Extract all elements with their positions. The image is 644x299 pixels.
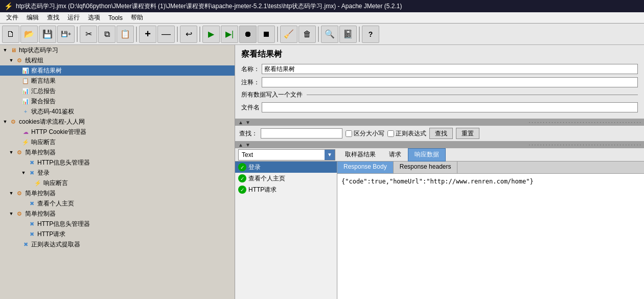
tree-label-regex: 正则表达式提取器 <box>31 240 80 249</box>
start-no-pauses-button[interactable]: ▶| <box>221 26 238 43</box>
function-helper-button[interactable]: 📓 <box>339 26 357 43</box>
undo-button[interactable]: ↩ <box>180 26 197 43</box>
clear-all-button[interactable]: 🗑 <box>298 26 316 43</box>
tree-item-aggregate[interactable]: ▶ 📊 聚合报告 <box>0 96 235 106</box>
app-icon: ⚡ <box>4 2 13 10</box>
new-button[interactable]: 🗋 <box>2 26 19 43</box>
text-dropdown[interactable]: Text ▼ <box>238 149 335 160</box>
tree-item-response-assert1[interactable]: ▶ ⚡ 响应断言 <box>0 137 235 147</box>
cut-button[interactable]: ✂ <box>80 26 97 43</box>
result-item-http-request[interactable]: ✓ HTTP请求 <box>235 184 337 195</box>
tree-label-http-header2: HTTP信息头管理器 <box>37 220 90 228</box>
all-data-label: 所有数据写入一个文件 <box>241 90 303 99</box>
status401-icon: + <box>21 107 30 116</box>
tree-item-http-request[interactable]: ▶ ✖ HTTP请求 <box>0 229 235 239</box>
find-button-search[interactable]: 查找 <box>429 128 453 139</box>
file-row: 文件名 <box>241 102 638 112</box>
tree-item-regex-extractor[interactable]: ▶ ✖ 正则表达式提取器 <box>0 239 235 249</box>
tree-item-assert-results[interactable]: ▶ 📋 断言结果 <box>0 76 235 86</box>
comment-input[interactable] <box>262 77 638 87</box>
toolbar-sep-1 <box>77 27 78 42</box>
name-row: 名称： <box>241 64 638 74</box>
expand-cookies-flow[interactable]: ▼ <box>2 119 8 125</box>
tab-response-data[interactable]: 响应数据 <box>408 148 446 162</box>
menu-tools[interactable]: Tools <box>104 13 127 22</box>
regex-checkbox[interactable] <box>387 130 394 137</box>
simple-ctrl3-icon: ⚙ <box>15 210 24 218</box>
tree-item-root[interactable]: ▼ 🖥 htp状态码学习 <box>0 45 235 55</box>
view-personal-icon: ✖ <box>28 199 36 208</box>
toolbar-sep-5 <box>277 27 278 42</box>
tree-label-assert-results: 断言结果 <box>31 77 56 85</box>
arrow-up[interactable]: ▲ <box>238 120 243 125</box>
file-input[interactable] <box>262 102 638 112</box>
find-button[interactable]: 🔍 <box>321 26 338 43</box>
menu-run[interactable]: 运行 <box>63 12 84 23</box>
result-item-view-personal[interactable]: ✓ 查看个人主页 <box>235 173 337 184</box>
panel-title: 察看结果树 <box>241 49 638 60</box>
search-input[interactable] <box>261 128 342 139</box>
arrow-up-bottom[interactable]: ▲ <box>238 142 243 148</box>
save-button[interactable]: 💾 <box>39 26 56 43</box>
tree-item-summary[interactable]: ▶ 📊 汇总报告 <box>0 86 235 96</box>
tree-item-cookie-mgr[interactable]: ▶ ☁ HTTP Cookie管理器 <box>0 127 235 137</box>
menu-edit[interactable]: 编辑 <box>22 12 43 23</box>
dropdown-arrow-btn[interactable]: ▼ <box>325 150 335 160</box>
menu-file[interactable]: 文件 <box>2 12 22 23</box>
file-label: 文件名 <box>241 103 262 112</box>
tab-request[interactable]: 请求 <box>382 148 408 162</box>
arrow-down-bottom[interactable]: ▼ <box>245 142 250 148</box>
open-button[interactable]: 📂 <box>20 26 38 43</box>
name-input[interactable] <box>262 64 638 74</box>
tree-label-thread-group: 线程组 <box>25 56 43 65</box>
response-assert1-icon: ⚡ <box>21 138 30 146</box>
tree-label-simple-ctrl3: 简单控制器 <box>25 210 56 218</box>
tree-item-http-header-mgr2[interactable]: ▶ ✖ HTTP信息头管理器 <box>0 219 235 229</box>
save-as-button[interactable]: 💾+ <box>57 26 75 43</box>
title-bar: ⚡ htp状态码学习.jmx (D:\lqf\06python\JMeter课程… <box>0 0 644 12</box>
detail-tab-response-body[interactable]: Response Body <box>337 162 394 173</box>
main-area: ▼ 🖥 htp状态码学习 ▼ ⚙ 线程组 ▶ 📊 察看结果树 ▶ 📋 断言结果 … <box>0 45 644 299</box>
tree-item-simple-ctrl3[interactable]: ▼ ⚙ 简单控制器 <box>0 209 235 219</box>
stop-now-button[interactable]: ⏹ <box>258 26 275 43</box>
detail-tab-response-headers[interactable]: Response headers <box>394 162 458 173</box>
start-button[interactable]: ▶ <box>202 26 220 43</box>
case-sensitive-label: 区分大小写 <box>346 129 384 138</box>
result-item-login[interactable]: ✓ 登录 <box>235 162 337 173</box>
remove-button[interactable]: — <box>157 26 175 43</box>
tree-item-cookies-flow[interactable]: ▼ ⚙ cookies请求流程-人人网 <box>0 117 235 127</box>
stop-button[interactable]: ⏺ <box>239 26 257 43</box>
expand-thread-group[interactable]: ▼ <box>8 57 14 63</box>
toolbar-sep-4 <box>199 27 200 42</box>
menu-help[interactable]: 帮助 <box>127 12 147 23</box>
expand-simple-ctrl1[interactable]: ▼ <box>8 149 14 155</box>
tree-item-thread-group[interactable]: ▼ ⚙ 线程组 <box>0 55 235 65</box>
reset-button-search[interactable]: 重置 <box>456 128 479 139</box>
paste-button[interactable]: 📋 <box>117 26 134 43</box>
tree-item-simple-ctrl2[interactable]: ▼ ⚙ 简单控制器 <box>0 188 235 198</box>
tree-item-status401[interactable]: ▶ + 状态码-401鉴权 <box>0 106 235 117</box>
tab-sampler-results[interactable]: 取样器结果 <box>338 148 382 162</box>
login-icon: ✖ <box>28 169 36 177</box>
case-sensitive-checkbox[interactable] <box>346 130 352 137</box>
result-label-http-request: HTTP请求 <box>248 186 277 194</box>
tree-item-http-header-mgr1[interactable]: ▶ ✖ HTTP信息头管理器 <box>0 157 235 168</box>
expand-login[interactable]: ▼ <box>20 170 27 176</box>
tree-label-aggregate: 聚合报告 <box>31 97 56 106</box>
tree-item-login[interactable]: ▼ ✖ 登录 <box>0 168 235 178</box>
tree-item-response-assert2[interactable]: ▶ ⚡ 响应断言 <box>0 178 235 188</box>
simple-ctrl1-icon: ⚙ <box>15 148 24 156</box>
arrow-down[interactable]: ▼ <box>245 120 250 125</box>
clear-button[interactable]: 🧹 <box>280 26 297 43</box>
add-button[interactable]: + <box>139 26 156 43</box>
menu-options[interactable]: 选项 <box>84 12 104 23</box>
menu-search[interactable]: 查找 <box>43 12 63 23</box>
expand-root[interactable]: ▼ <box>2 47 8 53</box>
copy-button[interactable]: ⧉ <box>98 26 116 43</box>
tree-item-view-results[interactable]: ▶ 📊 察看结果树 <box>0 65 235 76</box>
expand-simple-ctrl2[interactable]: ▼ <box>8 190 14 196</box>
tree-item-view-personal[interactable]: ▶ ✖ 查看个人主页 <box>0 198 235 209</box>
expand-simple-ctrl3[interactable]: ▼ <box>8 211 14 217</box>
tree-item-simple-ctrl1[interactable]: ▼ ⚙ 简单控制器 <box>0 147 235 157</box>
help-button[interactable]: ? <box>362 26 379 43</box>
